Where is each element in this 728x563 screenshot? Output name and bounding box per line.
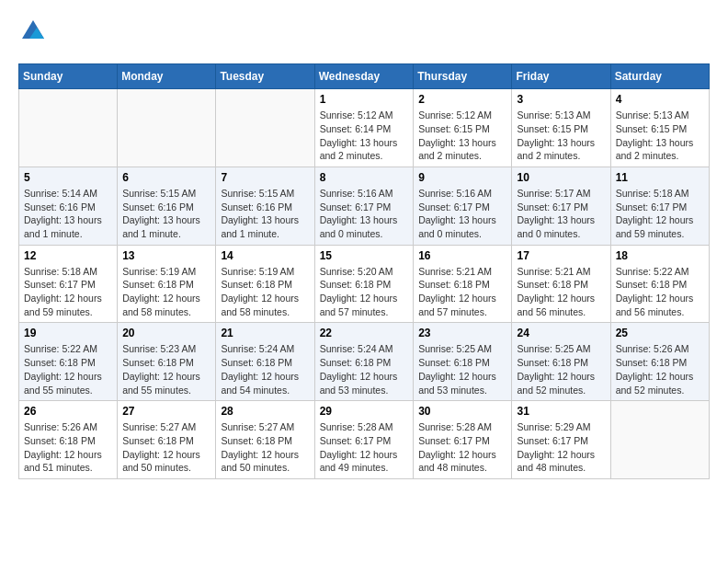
- calendar-cell: 4Sunrise: 5:13 AM Sunset: 6:15 PM Daylig…: [610, 89, 709, 167]
- day-number: 1: [320, 93, 409, 106]
- calendar-week-row: 1Sunrise: 5:12 AM Sunset: 6:14 PM Daylig…: [19, 89, 710, 167]
- calendar-week-row: 19Sunrise: 5:22 AM Sunset: 6:18 PM Dayli…: [19, 323, 710, 401]
- calendar-cell: 10Sunrise: 5:17 AM Sunset: 6:17 PM Dayli…: [512, 167, 610, 245]
- day-number: 8: [320, 171, 409, 184]
- calendar-cell: 19Sunrise: 5:22 AM Sunset: 6:18 PM Dayli…: [19, 323, 118, 401]
- day-info: Sunrise: 5:12 AM Sunset: 6:15 PM Dayligh…: [418, 109, 506, 163]
- day-number: 29: [320, 405, 409, 418]
- weekday-header-tuesday: Tuesday: [216, 64, 314, 89]
- day-number: 4: [616, 93, 704, 106]
- day-info: Sunrise: 5:27 AM Sunset: 6:18 PM Dayligh…: [122, 420, 210, 475]
- weekday-header-thursday: Thursday: [414, 64, 512, 89]
- weekday-header-sunday: Sunday: [19, 64, 118, 89]
- day-number: 25: [616, 327, 704, 339]
- day-number: 10: [517, 171, 605, 184]
- day-info: Sunrise: 5:27 AM Sunset: 6:18 PM Dayligh…: [221, 420, 309, 475]
- day-info: Sunrise: 5:19 AM Sunset: 6:18 PM Dayligh…: [122, 265, 210, 319]
- calendar-week-row: 12Sunrise: 5:18 AM Sunset: 6:17 PM Dayli…: [19, 245, 710, 323]
- day-info: Sunrise: 5:13 AM Sunset: 6:15 PM Dayligh…: [517, 109, 605, 163]
- day-number: 24: [517, 327, 605, 339]
- day-info: Sunrise: 5:22 AM Sunset: 6:18 PM Dayligh…: [616, 265, 704, 319]
- weekday-header-saturday: Saturday: [610, 64, 709, 89]
- day-info: Sunrise: 5:18 AM Sunset: 6:17 PM Dayligh…: [24, 265, 112, 319]
- day-info: Sunrise: 5:17 AM Sunset: 6:17 PM Dayligh…: [517, 187, 605, 241]
- calendar-cell: 1Sunrise: 5:12 AM Sunset: 6:14 PM Daylig…: [314, 89, 414, 167]
- day-number: 5: [24, 171, 112, 184]
- calendar-cell: 30Sunrise: 5:28 AM Sunset: 6:17 PM Dayli…: [414, 401, 512, 479]
- calendar-cell: 15Sunrise: 5:20 AM Sunset: 6:18 PM Dayli…: [314, 245, 414, 323]
- day-info: Sunrise: 5:12 AM Sunset: 6:14 PM Dayligh…: [320, 109, 409, 163]
- calendar-table: SundayMondayTuesdayWednesdayThursdayFrid…: [18, 63, 710, 479]
- day-info: Sunrise: 5:26 AM Sunset: 6:18 PM Dayligh…: [24, 420, 112, 475]
- day-number: 3: [517, 93, 605, 106]
- calendar-cell: 13Sunrise: 5:19 AM Sunset: 6:18 PM Dayli…: [118, 245, 216, 323]
- calendar-cell: [19, 89, 118, 167]
- page-header: [18, 18, 710, 49]
- weekday-header-row: SundayMondayTuesdayWednesdayThursdayFrid…: [19, 64, 710, 89]
- calendar-week-row: 26Sunrise: 5:26 AM Sunset: 6:18 PM Dayli…: [19, 401, 710, 479]
- calendar-cell: 5Sunrise: 5:14 AM Sunset: 6:16 PM Daylig…: [19, 167, 118, 245]
- logo: [18, 18, 46, 49]
- day-number: 30: [418, 405, 506, 418]
- calendar-cell: 16Sunrise: 5:21 AM Sunset: 6:18 PM Dayli…: [414, 245, 512, 323]
- day-info: Sunrise: 5:26 AM Sunset: 6:18 PM Dayligh…: [616, 342, 704, 396]
- day-number: 13: [122, 249, 210, 262]
- day-info: Sunrise: 5:14 AM Sunset: 6:16 PM Dayligh…: [24, 187, 112, 241]
- calendar-cell: 21Sunrise: 5:24 AM Sunset: 6:18 PM Dayli…: [216, 323, 314, 401]
- day-info: Sunrise: 5:28 AM Sunset: 6:17 PM Dayligh…: [418, 420, 506, 475]
- calendar-cell: 23Sunrise: 5:25 AM Sunset: 6:18 PM Dayli…: [414, 323, 512, 401]
- calendar-cell: 28Sunrise: 5:27 AM Sunset: 6:18 PM Dayli…: [216, 401, 314, 479]
- weekday-header-monday: Monday: [118, 64, 216, 89]
- calendar-cell: [118, 89, 216, 167]
- day-number: 2: [418, 93, 506, 106]
- day-info: Sunrise: 5:18 AM Sunset: 6:17 PM Dayligh…: [616, 187, 704, 241]
- calendar-cell: 12Sunrise: 5:18 AM Sunset: 6:17 PM Dayli…: [19, 245, 118, 323]
- day-number: 17: [517, 249, 605, 262]
- calendar-cell: 27Sunrise: 5:27 AM Sunset: 6:18 PM Dayli…: [118, 401, 216, 479]
- calendar-cell: 25Sunrise: 5:26 AM Sunset: 6:18 PM Dayli…: [610, 323, 709, 401]
- calendar-cell: 29Sunrise: 5:28 AM Sunset: 6:17 PM Dayli…: [314, 401, 414, 479]
- calendar-cell: 17Sunrise: 5:21 AM Sunset: 6:18 PM Dayli…: [512, 245, 610, 323]
- day-number: 9: [418, 171, 506, 184]
- day-number: 27: [122, 405, 210, 418]
- day-number: 7: [221, 171, 309, 184]
- day-number: 6: [122, 171, 210, 184]
- day-number: 18: [616, 249, 704, 262]
- day-info: Sunrise: 5:19 AM Sunset: 6:18 PM Dayligh…: [221, 265, 309, 319]
- day-info: Sunrise: 5:25 AM Sunset: 6:18 PM Dayligh…: [418, 342, 506, 396]
- day-info: Sunrise: 5:24 AM Sunset: 6:18 PM Dayligh…: [221, 342, 309, 396]
- day-number: 22: [320, 327, 409, 339]
- day-number: 31: [517, 405, 605, 418]
- calendar-cell: 9Sunrise: 5:16 AM Sunset: 6:17 PM Daylig…: [414, 167, 512, 245]
- calendar-cell: 18Sunrise: 5:22 AM Sunset: 6:18 PM Dayli…: [610, 245, 709, 323]
- calendar-cell: 6Sunrise: 5:15 AM Sunset: 6:16 PM Daylig…: [118, 167, 216, 245]
- day-number: 11: [616, 171, 704, 184]
- day-info: Sunrise: 5:16 AM Sunset: 6:17 PM Dayligh…: [320, 187, 409, 241]
- day-info: Sunrise: 5:28 AM Sunset: 6:17 PM Dayligh…: [320, 420, 409, 475]
- day-info: Sunrise: 5:22 AM Sunset: 6:18 PM Dayligh…: [24, 342, 112, 396]
- day-info: Sunrise: 5:29 AM Sunset: 6:17 PM Dayligh…: [517, 420, 605, 475]
- calendar-cell: 11Sunrise: 5:18 AM Sunset: 6:17 PM Dayli…: [610, 167, 709, 245]
- day-number: 23: [418, 327, 506, 339]
- weekday-header-friday: Friday: [512, 64, 610, 89]
- day-info: Sunrise: 5:15 AM Sunset: 6:16 PM Dayligh…: [122, 187, 210, 241]
- calendar-cell: 26Sunrise: 5:26 AM Sunset: 6:18 PM Dayli…: [19, 401, 118, 479]
- calendar-cell: 31Sunrise: 5:29 AM Sunset: 6:17 PM Dayli…: [512, 401, 610, 479]
- day-info: Sunrise: 5:20 AM Sunset: 6:18 PM Dayligh…: [320, 265, 409, 319]
- calendar-cell: [610, 401, 709, 479]
- calendar-cell: 7Sunrise: 5:15 AM Sunset: 6:16 PM Daylig…: [216, 167, 314, 245]
- logo-icon: [20, 18, 46, 44]
- day-number: 20: [122, 327, 210, 339]
- day-number: 16: [418, 249, 506, 262]
- day-info: Sunrise: 5:21 AM Sunset: 6:18 PM Dayligh…: [517, 265, 605, 319]
- day-number: 28: [221, 405, 309, 418]
- calendar-cell: 20Sunrise: 5:23 AM Sunset: 6:18 PM Dayli…: [118, 323, 216, 401]
- day-number: 21: [221, 327, 309, 339]
- day-info: Sunrise: 5:25 AM Sunset: 6:18 PM Dayligh…: [517, 342, 605, 396]
- day-info: Sunrise: 5:23 AM Sunset: 6:18 PM Dayligh…: [122, 342, 210, 396]
- weekday-header-wednesday: Wednesday: [314, 64, 414, 89]
- calendar-cell: 3Sunrise: 5:13 AM Sunset: 6:15 PM Daylig…: [512, 89, 610, 167]
- day-number: 12: [24, 249, 112, 262]
- day-info: Sunrise: 5:24 AM Sunset: 6:18 PM Dayligh…: [320, 342, 409, 396]
- calendar-week-row: 5Sunrise: 5:14 AM Sunset: 6:16 PM Daylig…: [19, 167, 710, 245]
